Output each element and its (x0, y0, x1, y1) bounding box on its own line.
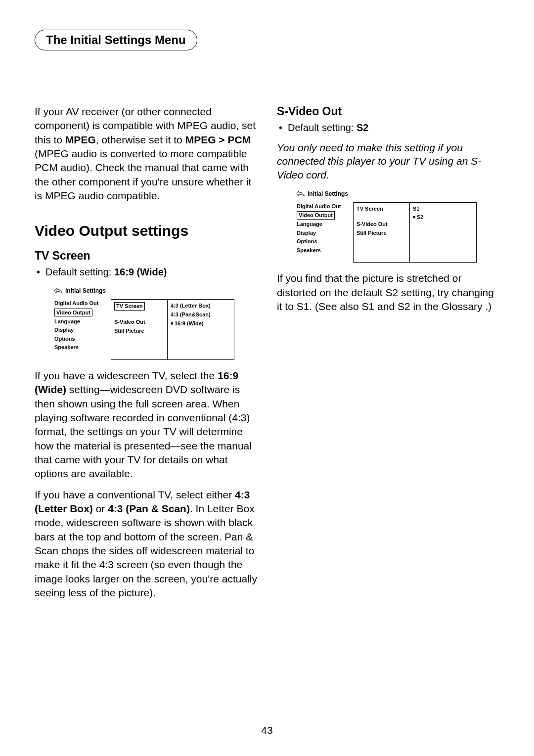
settings-cat: Language (297, 220, 350, 229)
back-arrow-icon (54, 288, 62, 293)
settings-cat: Digital Audio Out (54, 299, 108, 308)
settings-mid-list: TV Screen S-Video Out Still Picture (353, 202, 409, 263)
settings-opt: S-Video Out (356, 220, 406, 229)
settings-val-selected: 16:9 (Wide) (171, 319, 231, 328)
settings-cat-selected: Video Output (54, 309, 92, 316)
section-tab: The Initial Settings Menu (35, 30, 197, 50)
spacer (114, 311, 164, 318)
settings-panel-header: Initial Settings (294, 188, 477, 202)
tv-screen-heading: TV Screen (35, 249, 257, 263)
settings-cat: Speakers (297, 246, 350, 255)
settings-cat: Language (54, 317, 108, 326)
back-arrow-icon (297, 191, 305, 196)
settings-cat-selected: Video Output (297, 211, 335, 219)
settings-right-list: S1 S2 (409, 202, 477, 263)
svideo-paragraph: If you find that the picture is stretche… (277, 271, 499, 313)
settings-cat: Options (54, 335, 108, 344)
default-setting-list: Default setting: 16:9 (Wide) (35, 266, 257, 278)
text: Default setting: (288, 122, 356, 133)
settings-cat: Display (297, 229, 350, 238)
video-output-heading: Video Output settings (35, 222, 257, 239)
svideo-note: You only need to make this setting if yo… (277, 141, 499, 181)
settings-cat: Digital Audio Out (297, 202, 350, 211)
settings-panel-body: Digital Audio Out Video Output Language … (51, 299, 234, 360)
default-setting-item: Default setting: S2 (288, 121, 499, 134)
text: , otherwise set it to (96, 134, 185, 145)
right-column: S-Video Out Default setting: S2 You only… (277, 105, 499, 607)
settings-left-list: Digital Audio Out Video Output Language … (294, 202, 353, 263)
text-bold: 4:3 (Pan & Scan) (108, 503, 190, 514)
settings-opt: Still Picture (356, 229, 406, 238)
content-columns: If your AV receiver (or other connected … (35, 105, 499, 607)
svideo-heading: S-Video Out (277, 105, 499, 118)
page-number: 43 (0, 724, 534, 736)
settings-left-list: Digital Audio Out Video Output Language … (51, 299, 111, 360)
settings-panel-header: Initial Settings (51, 285, 234, 299)
settings-opt: TV Screen (356, 205, 406, 214)
settings-opt: S-Video Out (114, 318, 164, 327)
mpeg-paragraph: If your AV receiver (or other connected … (35, 105, 257, 203)
text: If you have a widescreen TV, select the (35, 370, 218, 381)
settings-cat: Speakers (54, 343, 108, 352)
settings-cat: Video Output (54, 308, 108, 317)
text: If you have a conventional TV, select ei… (35, 489, 235, 500)
text: setting—widescreen DVD software is then … (35, 384, 252, 479)
settings-panel-tvscreen: Initial Settings Digital Audio Out Video… (51, 285, 234, 360)
text-bold: MPEG (65, 134, 96, 145)
settings-val-selected: S2 (413, 213, 473, 222)
text: (MPEG audio is converted to more compati… (35, 148, 251, 201)
left-column: If your AV receiver (or other connected … (35, 105, 257, 607)
conventional-tv-paragraph: If you have a conventional TV, select ei… (35, 488, 257, 600)
settings-panel-body: Digital Audio Out Video Output Language … (294, 202, 477, 263)
settings-panel-title: Initial Settings (65, 287, 106, 294)
text-bold: MPEG > PCM (185, 134, 251, 145)
text-bold: S2 (356, 122, 368, 133)
settings-cat: Video Output (297, 211, 350, 220)
settings-opt: Still Picture (114, 327, 164, 336)
text: . In Letter Box mode, widescreen softwar… (35, 503, 257, 598)
default-setting-list: Default setting: S2 (277, 121, 499, 134)
settings-opt-selected: TV Screen (114, 302, 145, 310)
settings-val: 4:3 (Letter Box) (171, 302, 231, 311)
settings-panel-title: Initial Settings (308, 190, 348, 197)
text: Default setting: (45, 267, 114, 277)
settings-val: S1 (413, 205, 473, 214)
text: or (93, 503, 108, 514)
settings-mid-list: TV Screen S-Video Out Still Picture (111, 299, 167, 360)
settings-cat: Display (54, 326, 108, 335)
settings-opt: TV Screen (114, 302, 164, 311)
text-bold: 16:9 (Wide) (114, 267, 167, 277)
spacer (356, 213, 406, 220)
settings-right-list: 4:3 (Letter Box) 4:3 (Pan&Scan) 16:9 (Wi… (167, 299, 234, 360)
default-setting-item: Default setting: 16:9 (Wide) (45, 266, 257, 278)
settings-cat: Options (297, 237, 350, 246)
widescreen-paragraph: If you have a widescreen TV, select the … (35, 369, 257, 481)
settings-panel-svideo: Initial Settings Digital Audio Out Video… (294, 188, 477, 263)
settings-val: 4:3 (Pan&Scan) (171, 311, 231, 319)
